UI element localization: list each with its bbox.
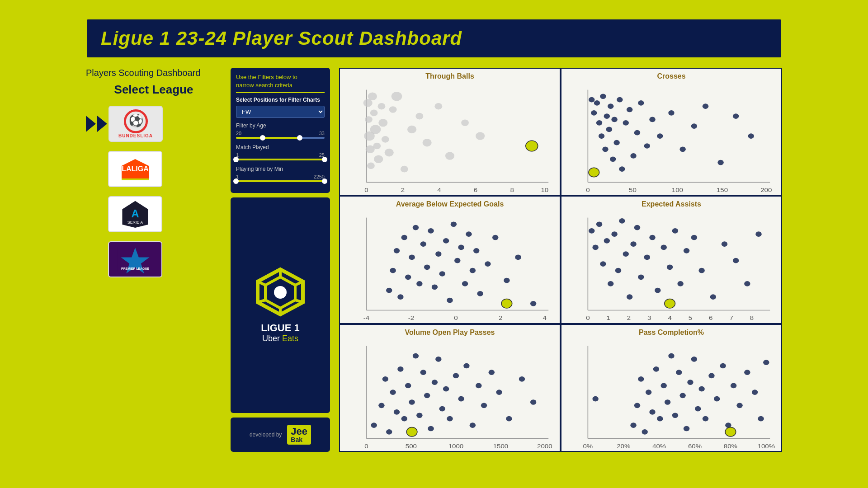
- chart-volume-passes-title: Volume Open Play Passes: [344, 328, 556, 337]
- svg-text:8: 8: [510, 187, 514, 193]
- playing-time-range: 1 2250: [236, 174, 325, 179]
- svg-point-148: [604, 238, 610, 244]
- svg-text:0%: 0%: [583, 443, 593, 450]
- svg-point-71: [608, 103, 613, 109]
- svg-point-145: [592, 245, 598, 250]
- svg-text:100%: 100%: [758, 443, 775, 450]
- chart-through-balls: Through Balls 0 2 4 6 8 10 TB: [340, 69, 560, 195]
- svg-point-226: [642, 429, 648, 435]
- svg-point-34: [368, 92, 377, 100]
- svg-point-62: [589, 97, 594, 103]
- ligue1-name: LIGUE 1: [261, 322, 300, 334]
- svg-point-156: [634, 225, 640, 230]
- svg-point-250: [752, 389, 758, 395]
- playing-time-slider-thumb-max[interactable]: [322, 178, 327, 184]
- credit-box: developed by Jee Bak: [231, 418, 330, 452]
- svg-point-247: [731, 383, 736, 388]
- svg-text:100: 100: [672, 187, 683, 193]
- svg-point-117: [447, 298, 453, 303]
- league-item-seriea[interactable]: A SERIE A: [86, 196, 222, 232]
- league-item-laliga[interactable]: LALIGA: [86, 151, 222, 187]
- volume-passes-svg: 0 500 1000 1500 2000 Live: [344, 339, 556, 451]
- svg-text:4: 4: [668, 315, 672, 322]
- svg-text:500: 500: [406, 443, 417, 450]
- svg-text:PREMIER LEAGUE: PREMIER LEAGUE: [121, 267, 149, 270]
- svg-point-169: [722, 242, 727, 247]
- svg-point-164: [677, 281, 683, 286]
- ligue1-hexagon-logo: [253, 267, 307, 317]
- league-item-premier[interactable]: PREMIER LEAGUE: [86, 241, 222, 277]
- premier-badge[interactable]: PREMIER LEAGUE: [108, 241, 162, 277]
- svg-point-82: [644, 143, 650, 149]
- svg-point-152: [619, 218, 625, 224]
- svg-text:A: A: [131, 208, 139, 220]
- svg-point-200: [443, 386, 449, 392]
- svg-point-144: [589, 228, 594, 234]
- svg-text:0: 0: [586, 187, 590, 193]
- svg-point-163: [672, 228, 678, 234]
- svg-text:1: 1: [606, 315, 610, 322]
- svg-point-184: [382, 376, 388, 382]
- svg-point-103: [394, 248, 400, 253]
- svg-point-69: [604, 113, 610, 119]
- svg-point-147: [600, 262, 606, 267]
- svg-point-183: [378, 403, 384, 408]
- header-bar: Ligue 1 23-24 Player Scout Dashboard: [86, 18, 782, 59]
- svg-point-240: [695, 406, 701, 411]
- svg-point-153: [623, 252, 629, 257]
- left-panel: Players Scouting Dashboard Select League…: [86, 68, 222, 452]
- matches-range: 1 25: [236, 152, 325, 158]
- bundesliga-text: BUNDESLIGA: [118, 133, 153, 138]
- age-slider-thumb-max[interactable]: [297, 135, 302, 141]
- svg-point-182: [371, 422, 377, 428]
- age-slider-track[interactable]: [236, 137, 325, 139]
- playing-time-slider-track[interactable]: [236, 180, 325, 182]
- svg-text:40%: 40%: [652, 443, 666, 450]
- svg-text:6: 6: [474, 187, 478, 193]
- svg-point-206: [476, 383, 481, 388]
- svg-point-70: [606, 127, 612, 132]
- matches-slider-thumb-min[interactable]: [233, 157, 239, 162]
- league-item-bundesliga[interactable]: ⚽ BUNDESLIGA: [86, 106, 222, 142]
- svg-point-251: [758, 416, 764, 421]
- svg-point-13: [274, 286, 287, 299]
- credit-text: developed by: [250, 432, 282, 438]
- svg-point-213: [406, 427, 417, 436]
- select-league-title: Select League: [86, 83, 222, 97]
- bundesliga-badge[interactable]: ⚽ BUNDESLIGA: [108, 106, 163, 142]
- svg-point-193: [416, 413, 422, 418]
- age-range: 20 33: [236, 131, 325, 136]
- svg-point-245: [720, 363, 726, 368]
- svg-point-38: [374, 155, 383, 163]
- svg-text:2: 2: [627, 315, 631, 322]
- laliga-icon: LALIGA: [119, 157, 151, 182]
- age-slider-thumb-min[interactable]: [260, 135, 265, 141]
- matches-slider-track[interactable]: [236, 159, 325, 160]
- laliga-badge[interactable]: LALIGA: [108, 151, 162, 187]
- chart-volume-open-passes: Volume Open Play Passes 0 500 1000 1500 …: [340, 325, 560, 451]
- svg-point-86: [679, 146, 685, 152]
- svg-point-66: [599, 133, 604, 139]
- avg-below-expected-svg: -4 -2 0 2 4 -/+ Expected Goals: [344, 211, 556, 323]
- svg-point-123: [470, 268, 476, 273]
- svg-point-225: [638, 376, 644, 382]
- svg-point-113: [432, 285, 438, 290]
- svg-point-194: [420, 370, 426, 375]
- position-dropdown[interactable]: FW: [236, 106, 325, 118]
- svg-point-49: [434, 103, 442, 110]
- svg-text:4: 4: [437, 187, 441, 193]
- svg-point-68: [602, 146, 608, 152]
- svg-text:LALIGA: LALIGA: [122, 165, 149, 173]
- svg-text:-2: -2: [408, 315, 415, 322]
- svg-point-78: [627, 107, 632, 113]
- svg-point-254: [725, 427, 736, 436]
- playing-time-slider-fill: [236, 180, 325, 182]
- svg-point-252: [592, 396, 598, 401]
- svg-point-85: [668, 110, 674, 116]
- matches-slider-thumb-max[interactable]: [322, 157, 327, 162]
- svg-point-150: [611, 232, 617, 237]
- seriea-badge[interactable]: A SERIE A: [108, 196, 162, 232]
- svg-point-67: [600, 94, 606, 99]
- chart-crosses: Crosses 0 50 100 150 200 Crs: [561, 69, 781, 195]
- playing-time-slider-thumb-min[interactable]: [233, 178, 239, 184]
